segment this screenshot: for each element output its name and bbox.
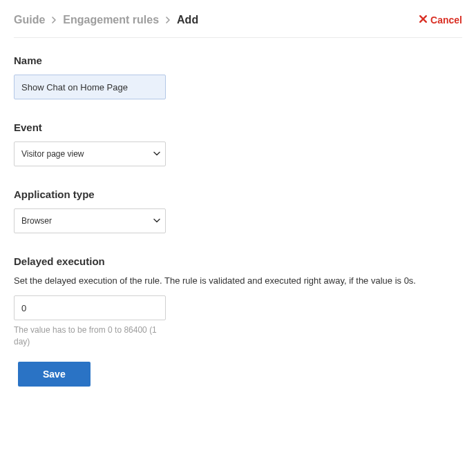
breadcrumb-guide[interactable]: Guide <box>14 14 45 26</box>
section-application-type: Application type Browser <box>14 188 462 233</box>
section-name: Name <box>14 55 462 99</box>
cancel-label: Cancel <box>430 14 462 26</box>
header-row: Guide Engagement rules Add Cancel <box>14 14 462 38</box>
section-delayed-execution: Delayed execution Set the delayed execut… <box>14 255 462 348</box>
save-button[interactable]: Save <box>18 362 91 387</box>
event-select[interactable]: Visitor page view <box>14 142 166 166</box>
breadcrumb-engagement-rules[interactable]: Engagement rules <box>63 14 159 26</box>
application-type-select[interactable]: Browser <box>14 208 166 233</box>
name-label: Name <box>14 55 462 66</box>
event-label: Event <box>14 121 462 133</box>
breadcrumb-current: Add <box>177 14 198 26</box>
delayed-execution-input[interactable] <box>14 295 166 320</box>
delayed-execution-description: Set the delayed execution of the rule. T… <box>14 275 462 286</box>
breadcrumb: Guide Engagement rules Add <box>14 14 198 26</box>
delayed-execution-help-text: The value has to be from 0 to 86400 (1 d… <box>14 324 166 348</box>
section-event: Event Visitor page view <box>14 121 462 166</box>
application-type-label: Application type <box>14 188 462 200</box>
cancel-button[interactable]: Cancel <box>419 14 462 26</box>
chevron-right-icon <box>164 17 171 23</box>
close-icon <box>419 14 430 26</box>
delayed-execution-label: Delayed execution <box>14 255 462 267</box>
name-input[interactable] <box>14 75 166 99</box>
chevron-right-icon <box>50 17 57 23</box>
